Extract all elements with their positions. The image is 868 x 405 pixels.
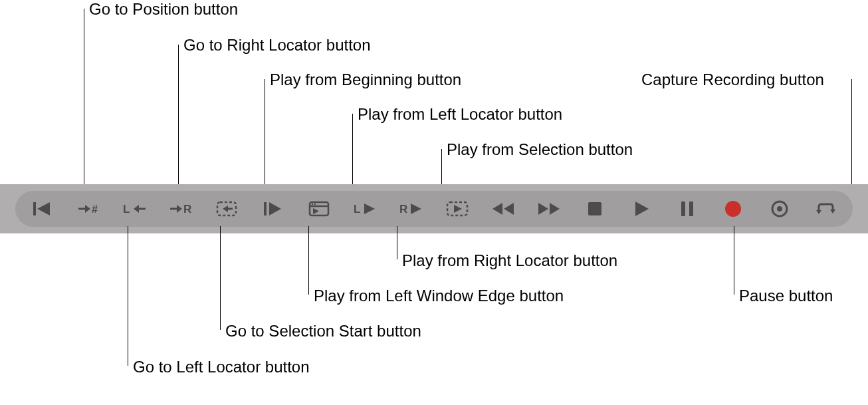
skip-back-icon: [33, 202, 52, 216]
svg-text:L: L: [123, 203, 130, 215]
forward-button[interactable]: [536, 196, 562, 221]
go-to-right-locator-button[interactable]: R: [168, 196, 193, 221]
leader-play-from-left-window-edge: [308, 226, 309, 295]
svg-marker-20: [313, 208, 319, 214]
pause-button[interactable]: [675, 196, 700, 221]
svg-marker-22: [364, 203, 375, 214]
play-from-window-edge-icon: [308, 201, 330, 217]
go-to-beginning-button[interactable]: [30, 196, 55, 221]
svg-marker-12: [223, 205, 228, 212]
capture-recording-button[interactable]: [767, 196, 792, 221]
svg-marker-29: [538, 203, 548, 215]
svg-point-37: [777, 206, 782, 211]
svg-rect-14: [264, 202, 267, 215]
cycle-icon: [815, 202, 835, 216]
svg-point-18: [311, 203, 312, 205]
play-from-selection-icon: [446, 201, 469, 217]
label-go-to-selection-start: Go to Selection Start button: [225, 322, 421, 340]
play-from-beginning-icon: [263, 202, 282, 216]
capture-recording-icon: [770, 200, 789, 218]
play-from-left-window-edge-button[interactable]: [306, 196, 332, 221]
play-from-beginning-button[interactable]: [260, 196, 285, 221]
svg-marker-32: [635, 202, 649, 216]
label-go-to-left-locator: Go to Left Locator button: [133, 358, 310, 376]
label-pause: Pause button: [739, 287, 833, 305]
go-to-position-icon: #: [77, 202, 100, 215]
play-button[interactable]: [629, 196, 654, 221]
forward-icon: [538, 202, 560, 215]
svg-rect-33: [681, 202, 685, 216]
leader-capture-recording: [851, 79, 852, 192]
go-to-position-button[interactable]: #: [76, 196, 101, 221]
svg-marker-26: [454, 205, 462, 213]
record-button[interactable]: [720, 196, 746, 221]
transport-strip-background: # L R: [0, 184, 868, 233]
leader-go-to-selection-start: [220, 226, 221, 330]
play-from-right-locator-button[interactable]: R: [398, 196, 423, 221]
play-from-selection-button[interactable]: [445, 196, 470, 221]
play-icon: [633, 201, 649, 217]
diagram-stage: Go to Position button Go to Right Locato…: [0, 0, 868, 405]
svg-text:R: R: [183, 203, 191, 215]
go-to-left-locator-icon: L: [123, 202, 147, 215]
go-to-selection-start-button[interactable]: [214, 196, 239, 221]
svg-rect-0: [33, 202, 36, 215]
label-play-from-left-locator: Play from Left Locator button: [358, 105, 562, 124]
rewind-button[interactable]: [490, 196, 516, 221]
play-from-left-locator-icon: L: [354, 202, 376, 215]
leader-play-from-beginning: [265, 79, 265, 192]
label-capture-recording: Capture Recording button: [641, 70, 824, 89]
stop-icon: [588, 202, 602, 216]
leader-play-from-right-locator: [397, 226, 397, 259]
svg-marker-28: [504, 203, 514, 215]
go-to-right-locator-icon: R: [169, 202, 193, 215]
svg-text:R: R: [399, 203, 407, 215]
leader-go-to-position: [84, 9, 84, 192]
svg-rect-34: [689, 202, 693, 216]
label-play-from-right-locator: Play from Right Locator button: [402, 251, 617, 270]
svg-marker-9: [177, 205, 182, 213]
record-icon: [724, 200, 742, 217]
leader-go-to-left-locator: [128, 226, 128, 366]
leader-go-to-right-locator: [178, 45, 179, 192]
label-play-from-selection: Play from Selection button: [447, 140, 633, 159]
svg-marker-3: [85, 205, 90, 213]
pause-icon: [681, 201, 694, 217]
svg-marker-38: [816, 210, 821, 214]
svg-marker-1: [37, 202, 50, 215]
svg-text:#: #: [92, 203, 98, 215]
label-go-to-position: Go to Position button: [89, 0, 238, 19]
go-to-left-locator-button[interactable]: L: [122, 196, 148, 221]
svg-marker-24: [411, 203, 421, 214]
label-go-to-right-locator: Go to Right Locator button: [183, 36, 371, 55]
svg-point-19: [314, 203, 315, 205]
play-from-left-locator-button[interactable]: L: [352, 196, 378, 221]
svg-marker-30: [550, 203, 560, 215]
svg-point-35: [725, 201, 741, 217]
go-to-selection-start-icon: [216, 201, 237, 217]
label-play-from-left-window-edge: Play from Left Window Edge button: [314, 287, 564, 305]
transport-control-bar: # L R: [15, 191, 853, 227]
cycle-button[interactable]: [813, 196, 838, 221]
play-from-right-locator-icon: R: [399, 202, 422, 215]
label-play-from-beginning: Play from Beginning button: [270, 70, 461, 89]
svg-marker-15: [269, 202, 281, 215]
svg-text:L: L: [354, 203, 360, 215]
leader-pause: [734, 226, 734, 295]
svg-rect-31: [588, 202, 601, 215]
svg-marker-27: [492, 203, 502, 215]
svg-marker-39: [830, 209, 835, 213]
rewind-icon: [492, 202, 514, 215]
stop-button[interactable]: [582, 196, 607, 221]
leader-play-from-left-locator: [352, 114, 353, 192]
